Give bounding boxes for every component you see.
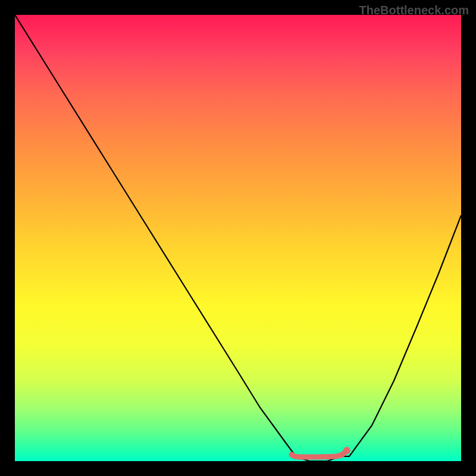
bottleneck-curve-path — [15, 15, 461, 461]
chart-svg — [15, 15, 461, 461]
marker-end-dot — [343, 447, 350, 454]
plot-area — [15, 15, 461, 461]
watermark-text: TheBottleneck.com — [359, 4, 469, 17]
flat-marker-path — [292, 452, 345, 457]
